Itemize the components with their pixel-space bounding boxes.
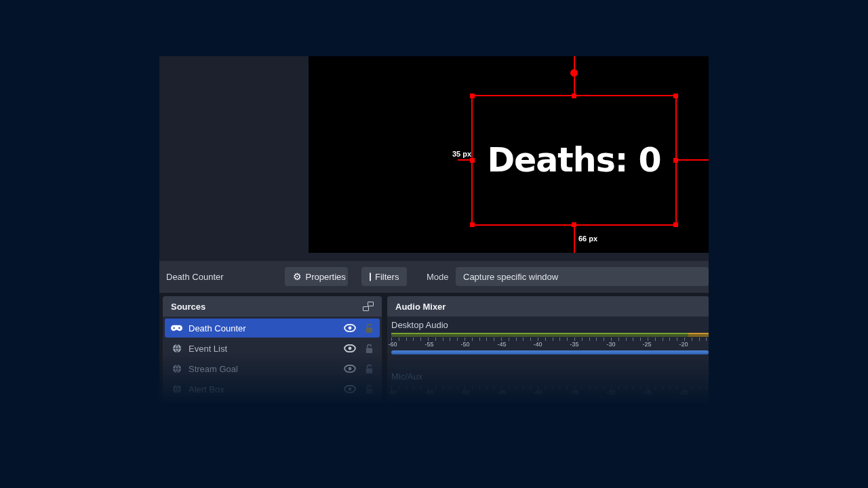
selection-handle-top-right[interactable] <box>673 94 678 98</box>
filter-icon <box>370 272 371 281</box>
source-row-event-list[interactable]: Event List <box>165 339 380 358</box>
selection-handle-top[interactable] <box>572 94 576 98</box>
gear-icon: ⚙ <box>293 272 302 281</box>
selection-box[interactable] <box>471 95 677 226</box>
windows-icon[interactable] <box>363 302 374 311</box>
audio-mixer-header: Audio Mixer <box>387 296 709 317</box>
properties-button-label: Properties <box>306 272 346 282</box>
visibility-eye-icon[interactable] <box>344 365 356 373</box>
selection-handle-bottom[interactable] <box>572 222 576 227</box>
audio-mixer-body: Desktop Audio -60 -55 -50 -45 -40 -35 -3… <box>387 317 709 409</box>
db-scale-desktop-audio: -60 -55 -50 -45 -40 -35 -30 -25 -20 <box>391 341 692 348</box>
selection-handle-left[interactable] <box>470 158 475 163</box>
globe-icon <box>171 384 182 394</box>
selection-handle-bottom-right[interactable] <box>673 222 678 227</box>
preview-area: Deaths: 0 35 px 66 px <box>159 56 709 261</box>
db-scale-mic-aux: -60 -55 -50 -45 -40 -35 -30 -25 -20 <box>391 389 692 396</box>
sources-panel-title: Sources <box>171 302 205 312</box>
capture-mode-select[interactable]: Capture specific window <box>456 267 709 286</box>
visibility-eye-icon[interactable] <box>344 324 356 332</box>
bottom-guide-line <box>574 226 575 253</box>
lock-open-icon[interactable] <box>365 323 374 333</box>
visibility-eye-icon[interactable] <box>344 385 356 393</box>
audio-mixer-panel: Audio Mixer Desktop Audio -60 -55 -50 -4… <box>387 296 709 409</box>
streamlabs-obs-screenshot: Deaths: 0 35 px 66 px Death Counter <box>159 56 709 409</box>
globe-icon <box>171 344 182 353</box>
filters-button-label: Filters <box>375 272 399 282</box>
width-measurement-label: 66 px <box>578 235 597 243</box>
lock-open-icon[interactable] <box>365 364 374 374</box>
source-row-death-counter[interactable]: Death Counter <box>165 319 380 338</box>
filters-button[interactable]: Filters <box>361 267 407 286</box>
sources-panel: Sources Death Counter <box>163 296 382 409</box>
sources-list: Death Counter Event List <box>163 317 382 402</box>
volume-slider-desktop-audio[interactable] <box>391 350 709 354</box>
mode-label: Mode <box>427 272 449 282</box>
source-label: Stream Goal <box>189 364 344 374</box>
source-toolbar: Death Counter ⚙ Properties Filters Mode … <box>159 261 709 293</box>
source-row-stream-goal[interactable]: Stream Goal <box>165 359 380 378</box>
selection-handle-top-left[interactable] <box>470 94 475 98</box>
source-label: Alert Box <box>189 384 344 394</box>
right-guide-line <box>677 159 858 161</box>
channel-name-mic-aux: Mic/Aux <box>391 371 422 382</box>
meter-peak-segment <box>688 333 709 337</box>
meter-green-segment <box>391 333 688 337</box>
selection-handle-bottom-left[interactable] <box>470 222 475 227</box>
properties-button[interactable]: ⚙ Properties <box>285 267 348 286</box>
sources-panel-header: Sources <box>163 296 382 317</box>
selected-source-name: Death Counter <box>166 272 224 282</box>
audio-mixer-title: Audio Mixer <box>395 302 446 312</box>
selection-handle-right[interactable] <box>673 158 678 163</box>
gamepad-icon <box>171 324 182 332</box>
capture-mode-value: Capture specific window <box>463 272 558 282</box>
lock-open-icon[interactable] <box>365 384 374 394</box>
source-label: Death Counter <box>189 323 344 333</box>
globe-icon <box>171 364 182 373</box>
lock-open-icon[interactable] <box>365 344 374 354</box>
channel-name-desktop-audio: Desktop Audio <box>391 320 448 330</box>
source-label: Event List <box>189 344 344 354</box>
rotation-handle[interactable] <box>570 69 578 77</box>
preview-canvas[interactable]: Deaths: 0 35 px 66 px <box>309 56 709 253</box>
volume-meter-desktop-audio <box>391 333 709 337</box>
source-row-alert-box[interactable]: Alert Box <box>165 380 380 399</box>
visibility-eye-icon[interactable] <box>344 344 356 352</box>
height-measurement-label: 35 px <box>452 150 471 158</box>
